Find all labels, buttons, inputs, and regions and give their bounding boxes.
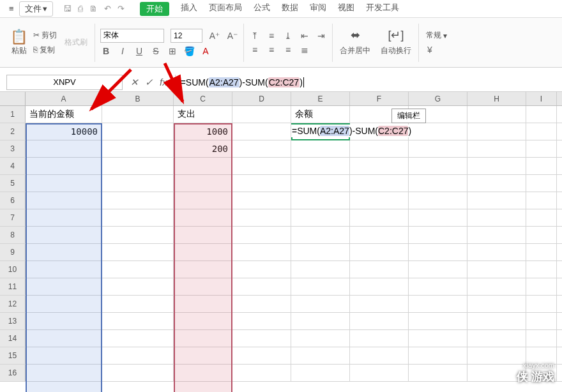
col-header-C[interactable]: C	[174, 92, 232, 105]
redo-icon[interactable]: ↷	[118, 4, 125, 13]
cell-H1[interactable]	[467, 106, 526, 123]
col-header-A[interactable]: A	[26, 92, 102, 105]
cell-C12[interactable]	[174, 296, 232, 312]
save-icon[interactable]: 🖫	[63, 4, 72, 13]
row-header-7[interactable]: 7	[0, 209, 26, 226]
file-menu[interactable]: 文件 ▾	[19, 1, 53, 17]
tab-view[interactable]: 视图	[338, 2, 354, 16]
cell-E5[interactable]	[291, 175, 350, 192]
cell-E10[interactable]	[291, 261, 350, 278]
cell-D16[interactable]	[232, 365, 291, 381]
undo-icon[interactable]: ↶	[104, 4, 111, 13]
cell-H12[interactable]	[467, 296, 526, 312]
cell-B9[interactable]	[102, 244, 174, 260]
cell-I8[interactable]	[526, 227, 557, 243]
tab-developer[interactable]: 开发工具	[366, 2, 399, 16]
font-size-select[interactable]	[171, 29, 202, 43]
align-middle-icon[interactable]: ≡	[266, 30, 277, 41]
cell-A7[interactable]	[26, 209, 102, 226]
row-header-8[interactable]: 8	[0, 227, 26, 243]
align-justify-icon[interactable]: ≣	[299, 44, 310, 56]
tab-review[interactable]: 审阅	[310, 2, 326, 16]
wrap-text-button[interactable]: 自动换行	[379, 45, 413, 57]
cell-B8[interactable]	[102, 227, 174, 243]
cell-E4[interactable]	[291, 158, 350, 174]
cell-C13[interactable]	[174, 313, 232, 329]
tab-insert[interactable]: 插入	[181, 2, 197, 16]
number-format-select[interactable]: 常规 ▾	[424, 29, 449, 41]
row-header-4[interactable]: 4	[0, 158, 26, 174]
cell-I13[interactable]	[526, 313, 557, 329]
cell-H8[interactable]	[467, 227, 526, 243]
cell-G4[interactable]	[409, 158, 467, 174]
font-decrease-icon[interactable]: A⁻	[227, 30, 238, 41]
row-header-15[interactable]: 15	[0, 347, 26, 364]
cell-A16[interactable]	[26, 365, 102, 381]
cell-F12[interactable]	[350, 296, 409, 312]
cell-I14[interactable]	[526, 330, 557, 347]
tab-home[interactable]: 开始	[140, 2, 169, 16]
col-header-F[interactable]: F	[350, 92, 409, 105]
cell-H5[interactable]	[467, 175, 526, 192]
cell-H11[interactable]	[467, 278, 526, 295]
cell-C2[interactable]: 1000	[174, 123, 232, 140]
cell-D1[interactable]	[232, 106, 291, 123]
cell-I9[interactable]	[526, 244, 557, 260]
select-all-corner[interactable]	[0, 92, 26, 105]
cell-D4[interactable]	[232, 158, 291, 174]
cell-B16[interactable]	[102, 365, 174, 381]
row-header-14[interactable]: 14	[0, 330, 26, 347]
row-header-5[interactable]: 5	[0, 175, 26, 192]
cell-G9[interactable]	[409, 244, 467, 260]
row-header-2[interactable]: 2	[0, 123, 26, 140]
cell-inline-editor[interactable]: =SUM(A2:A27)-SUM(C2:C27)	[291, 124, 412, 137]
cell-I11[interactable]	[526, 278, 557, 295]
cell-E6[interactable]	[291, 192, 350, 209]
cell-A3[interactable]	[26, 140, 102, 157]
cell-D8[interactable]	[232, 227, 291, 243]
cell-I5[interactable]	[526, 175, 557, 192]
indent-increase-icon[interactable]: ⇥	[315, 30, 327, 41]
cell-F4[interactable]	[350, 158, 409, 174]
cell-G3[interactable]	[409, 140, 467, 157]
row-header-3[interactable]: 3	[0, 140, 26, 157]
cell-B6[interactable]	[102, 192, 174, 209]
row-header-10[interactable]: 10	[0, 261, 26, 278]
tab-formulas[interactable]: 公式	[254, 2, 270, 16]
cut-button[interactable]: ✂ 剪切	[31, 29, 59, 41]
col-header-I[interactable]: I	[526, 92, 557, 105]
cell-A15[interactable]	[26, 347, 102, 364]
cell-C8[interactable]	[174, 227, 232, 243]
formula-input[interactable]: =SUM(A2:A27)-SUM(C2:C27)	[175, 75, 562, 90]
cell-D11[interactable]	[232, 278, 291, 295]
align-bottom-icon[interactable]: ⤓	[282, 30, 294, 41]
cell-A9[interactable]	[26, 244, 102, 260]
cell-H7[interactable]	[467, 209, 526, 226]
format-painter-button[interactable]: 格式刷	[63, 36, 89, 49]
cell-H2[interactable]	[467, 123, 526, 140]
cell-A8[interactable]	[26, 227, 102, 243]
row-header-6[interactable]: 6	[0, 192, 26, 209]
cell-C10[interactable]	[174, 261, 232, 278]
tab-data[interactable]: 数据	[282, 2, 298, 16]
cell-F13[interactable]	[350, 313, 409, 329]
cell-E16[interactable]	[291, 365, 350, 381]
cell-F10[interactable]	[350, 261, 409, 278]
cell-B1[interactable]	[102, 106, 174, 123]
cell-G15[interactable]	[409, 347, 467, 364]
cell-A2[interactable]: 10000	[26, 123, 102, 140]
spreadsheet-grid[interactable]: A B C D E F G H I 1当前的金额支出余额210000100032…	[0, 92, 562, 382]
strike-button[interactable]: S	[150, 45, 162, 57]
cell-F14[interactable]	[350, 330, 409, 347]
fill-color-button[interactable]: 🪣	[183, 45, 195, 57]
cell-D9[interactable]	[232, 244, 291, 260]
cell-I10[interactable]	[526, 261, 557, 278]
cell-C16[interactable]	[174, 365, 232, 381]
cell-D3[interactable]	[232, 140, 291, 157]
cell-A12[interactable]	[26, 296, 102, 312]
cell-F3[interactable]	[350, 140, 409, 157]
cell-E13[interactable]	[291, 313, 350, 329]
cell-G7[interactable]	[409, 209, 467, 226]
cell-C3[interactable]: 200	[174, 140, 232, 157]
cell-G13[interactable]	[409, 313, 467, 329]
